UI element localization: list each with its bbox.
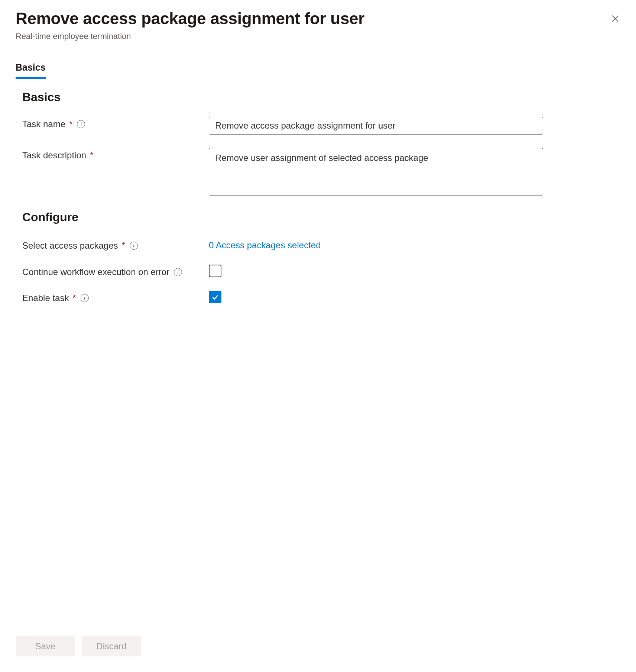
- task-description-label: Task description *: [22, 148, 209, 161]
- continue-on-error-label-text: Continue workflow execution on error: [22, 267, 169, 277]
- continue-on-error-label: Continue workflow execution on error i: [22, 265, 209, 277]
- enable-task-label-text: Enable task: [22, 293, 69, 303]
- page-title: Remove access package assignment for use…: [16, 9, 364, 29]
- task-panel: Remove access package assignment for use…: [0, 0, 636, 672]
- task-name-control: [209, 117, 543, 135]
- page-subtitle: Real-time employee termination: [16, 32, 364, 41]
- required-mark: *: [90, 150, 93, 161]
- tabs: Basics: [16, 62, 620, 79]
- field-row-task-description: Task description * Remove user assignmen…: [22, 148, 620, 197]
- required-mark: *: [121, 240, 125, 251]
- close-button[interactable]: [608, 11, 623, 26]
- task-name-label: Task name * i: [22, 117, 209, 129]
- form-content: Basics Task name * i Task description * …: [16, 79, 620, 672]
- field-row-task-name: Task name * i: [22, 117, 620, 135]
- section-heading-configure: Configure: [22, 210, 620, 224]
- required-mark: *: [69, 119, 72, 129]
- field-row-select-access-packages: Select access packages * i 0 Access pack…: [22, 238, 620, 252]
- required-mark: *: [72, 293, 76, 303]
- access-packages-selected-link[interactable]: 0 Access packages selected: [209, 238, 321, 252]
- task-description-control: Remove user assignment of selected acces…: [209, 148, 543, 197]
- panel-header: Remove access package assignment for use…: [16, 9, 620, 41]
- enable-task-label: Enable task * i: [22, 291, 209, 303]
- info-icon[interactable]: i: [77, 120, 85, 128]
- continue-on-error-checkbox[interactable]: [209, 265, 221, 277]
- close-icon: [611, 14, 620, 23]
- section-heading-basics: Basics: [22, 90, 620, 104]
- task-description-label-text: Task description: [22, 150, 86, 161]
- select-access-packages-label-text: Select access packages: [22, 240, 118, 251]
- field-row-enable-task: Enable task * i: [22, 291, 620, 303]
- checkmark-icon: [211, 293, 219, 301]
- info-icon[interactable]: i: [174, 268, 182, 276]
- info-icon[interactable]: i: [81, 294, 89, 302]
- field-row-continue-on-error: Continue workflow execution on error i: [22, 265, 620, 277]
- select-access-packages-label: Select access packages * i: [22, 238, 209, 251]
- panel-footer: Save Discard: [0, 625, 636, 672]
- discard-button[interactable]: Discard: [82, 636, 141, 656]
- enable-task-control: [209, 291, 543, 303]
- select-access-packages-control: 0 Access packages selected: [209, 238, 543, 252]
- enable-task-checkbox[interactable]: [209, 291, 221, 303]
- continue-on-error-control: [209, 265, 543, 277]
- tab-basics[interactable]: Basics: [16, 62, 46, 79]
- info-icon[interactable]: i: [130, 242, 138, 250]
- task-name-input[interactable]: [209, 117, 543, 135]
- header-text-block: Remove access package assignment for use…: [16, 9, 364, 41]
- task-name-label-text: Task name: [22, 119, 65, 129]
- task-description-textarea[interactable]: Remove user assignment of selected acces…: [209, 148, 543, 196]
- save-button[interactable]: Save: [16, 636, 75, 656]
